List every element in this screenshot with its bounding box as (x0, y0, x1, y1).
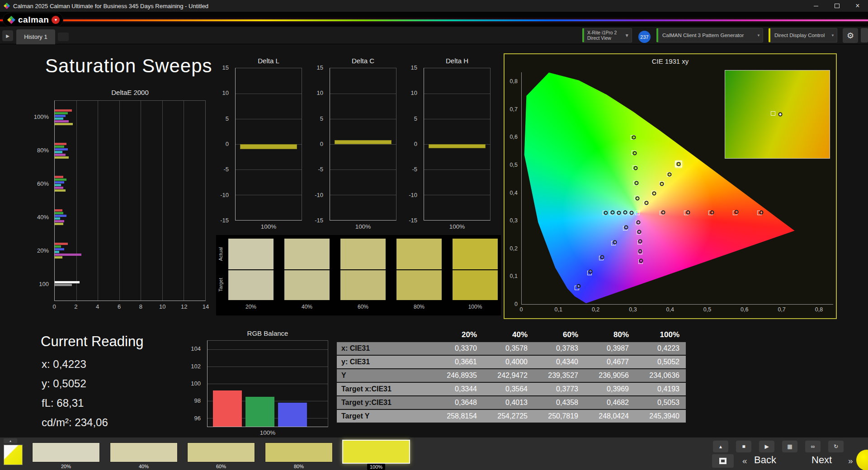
axis-tick-label: 10 (159, 303, 165, 310)
play-button[interactable]: ▶ (759, 441, 774, 452)
bar (55, 148, 68, 150)
axis-tick-label: 6 (118, 303, 121, 310)
layout-nav-button[interactable]: ▶ (2, 30, 13, 41)
close-button[interactable]: × (847, 0, 868, 12)
table-cell: 0,4223 (635, 342, 686, 355)
table-cell: 242,9472 (483, 369, 534, 382)
table-cell: 0,4193 (635, 383, 686, 395)
pattern-patch-20%[interactable] (32, 442, 100, 462)
grid-line (424, 94, 490, 94)
axis-tick-label: 4 (96, 303, 99, 310)
back-chevrons-icon[interactable]: « (742, 456, 747, 466)
table-header-cell: 40% (483, 329, 534, 341)
cie-measured-marker-blue (613, 240, 617, 244)
cie-1931-panel[interactable]: CIE 1931 xy 00,10,20,30,40,50,60,70,8 00… (504, 53, 837, 319)
tab-new[interactable] (58, 33, 69, 41)
cie-x-axis-line (521, 304, 833, 305)
bar-blue (278, 403, 307, 427)
back-button[interactable]: Back (754, 454, 776, 466)
bar (55, 123, 73, 125)
bar (55, 212, 63, 214)
chevron-down-icon: ▼ (625, 33, 629, 38)
save-button[interactable]: ▦ (782, 441, 797, 452)
settings-button[interactable]: ⚙ (843, 28, 858, 43)
table-cell: 0,4358 (534, 396, 585, 409)
axis-tick-label: -10 (306, 192, 323, 198)
close-icon: × (855, 2, 859, 10)
grid-line (76, 101, 77, 301)
cie-measured-marker-blue (624, 225, 628, 229)
grid-line (330, 195, 396, 195)
measurement-table: 20%40%60%80%100%x: CIE310,33700,35780,37… (337, 329, 686, 423)
chevron-down-icon: ▼ (757, 33, 760, 38)
next-chevrons-icon[interactable]: » (848, 456, 853, 466)
display-control-dropdown[interactable]: Direct Display Control ▼ (769, 28, 837, 42)
pattern-patch-40%[interactable] (110, 442, 178, 462)
table-cell: 0,3661 (433, 356, 483, 368)
grid-line (424, 169, 490, 170)
bar (335, 140, 392, 144)
pattern-patch-label: 20% (61, 464, 71, 469)
grid-line (184, 101, 184, 301)
pattern-window-button[interactable] (712, 454, 734, 468)
panel-up-button[interactable]: ▴ (713, 441, 728, 452)
delta-h-chart (424, 68, 491, 221)
refresh-button[interactable]: ↻ (828, 441, 844, 452)
table-header-cell: 80% (585, 329, 635, 341)
delta-h-x-label: 100% (424, 223, 491, 230)
axis-tick-label: -5 (400, 166, 417, 173)
grid-line (330, 144, 396, 145)
axis-group-label: 80% (17, 147, 49, 154)
cie-measured-marker-red (734, 210, 738, 214)
maximize-button[interactable] (826, 0, 847, 12)
deltae2000-x-axis: 02468101214 (54, 303, 206, 310)
chevron-down-icon: ▼ (831, 33, 835, 38)
calman-logo-menu[interactable]: calman ▾ (3, 13, 63, 27)
current-reading-fl: fL: 68,31 (42, 397, 84, 409)
axis-tick-label: 0,5 (505, 162, 518, 168)
reading-count-badge[interactable]: 237 (638, 31, 651, 43)
pattern-patch-80%[interactable] (265, 442, 333, 462)
table-row-label: Target x:CIE31 (337, 383, 433, 395)
pattern-generator-dropdown[interactable]: CalMAN Client 3 Pattern Generator ▼ (656, 28, 763, 42)
grid-line (98, 101, 98, 301)
bar (55, 251, 59, 253)
deltae2000-chart-title: DeltaE 2000 (54, 89, 206, 96)
axis-tick-label: -15 (306, 217, 323, 224)
cie-measured-marker-green (633, 151, 637, 155)
grid-line (119, 101, 120, 301)
axis-tick-label: 104 (184, 345, 201, 352)
stop-button[interactable]: ■ (736, 441, 751, 452)
delta-l-chart (235, 68, 302, 221)
pattern-patch-100%[interactable] (342, 440, 410, 464)
bar (55, 281, 80, 283)
bar (55, 254, 81, 256)
cie-inset-target-marker (771, 111, 775, 116)
axis-tick-label: 15 (306, 64, 323, 71)
tab-label: History 1 (24, 33, 47, 40)
minimize-button[interactable] (806, 0, 826, 12)
link-button[interactable]: ∞ (805, 441, 821, 452)
edge-panel-button[interactable] (861, 28, 868, 42)
next-button[interactable]: Next (811, 454, 832, 466)
axis-tick-label: 10 (212, 89, 229, 96)
axis-tick-label: 5 (212, 115, 229, 122)
cie-zoom-inset (725, 70, 830, 159)
table-row: Y246,8935242,9472239,3527236,9056234,063… (337, 369, 686, 383)
cie-measured-marker-magenta (639, 259, 643, 263)
table-cell: 250,7819 (534, 410, 585, 423)
cie-measured-marker-blue (576, 284, 580, 288)
table-header-cell: 20% (433, 329, 483, 341)
link-icon: ∞ (811, 443, 815, 450)
table-cell: 258,8154 (433, 410, 483, 423)
meter-dropdown[interactable]: X-Rite i1Pro 2 Direct View ▼ (582, 28, 632, 42)
patch-label: 40% (302, 304, 312, 310)
tab-history-1[interactable]: History 1 (16, 29, 55, 44)
pattern-patch-60%[interactable] (187, 442, 255, 462)
rgb-balance-chart (207, 340, 328, 427)
table-cell: 248,0424 (585, 410, 635, 423)
axis-tick-label: -15 (400, 217, 417, 224)
cie-measured-marker-green (633, 166, 637, 170)
axis-tick-label: 0,3 (505, 217, 518, 224)
table-row-label: x: CIE31 (337, 342, 433, 355)
